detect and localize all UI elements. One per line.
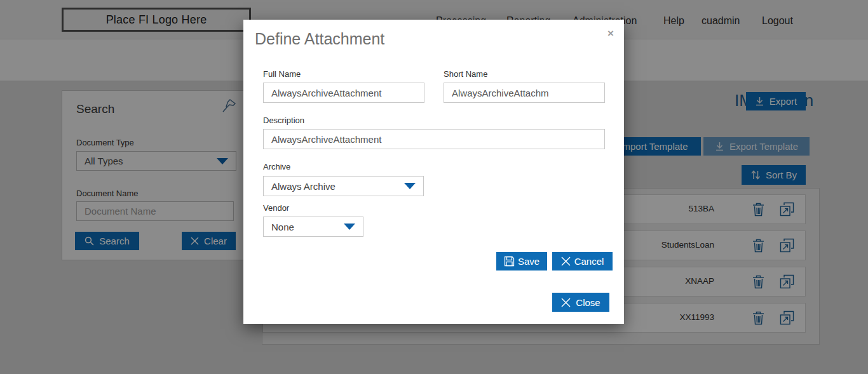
- close-x-icon: [561, 257, 571, 266]
- vendor-label: Vendor: [263, 203, 289, 213]
- description-input[interactable]: [263, 129, 605, 149]
- close-x-icon: [561, 298, 571, 307]
- save-button-label: Save: [518, 256, 539, 267]
- cancel-button-label: Cancel: [574, 256, 604, 267]
- full-name-label: Full Name: [263, 69, 301, 79]
- archive-dropdown[interactable]: Always Archive: [263, 176, 424, 196]
- chevron-down-icon: [344, 224, 355, 230]
- define-attachment-modal: Define Attachment × Full Name Short Name…: [243, 20, 624, 324]
- modal-close-x-icon[interactable]: ×: [607, 27, 614, 40]
- close-button[interactable]: Close: [552, 293, 609, 312]
- vendor-value: None: [271, 222, 294, 232]
- description-label: Description: [263, 116, 304, 125]
- modal-title: Define Attachment: [255, 30, 384, 48]
- short-name-input[interactable]: [444, 83, 605, 103]
- save-button[interactable]: Save: [496, 252, 547, 270]
- save-disk-icon: [504, 256, 515, 267]
- archive-label: Archive: [263, 162, 290, 171]
- chevron-down-icon: [404, 183, 416, 189]
- vendor-dropdown[interactable]: None: [263, 217, 363, 237]
- full-name-input[interactable]: [263, 83, 424, 103]
- archive-value: Always Archive: [271, 181, 336, 192]
- short-name-label: Short Name: [444, 69, 487, 79]
- close-button-label: Close: [576, 297, 600, 308]
- cancel-button[interactable]: Cancel: [552, 252, 613, 270]
